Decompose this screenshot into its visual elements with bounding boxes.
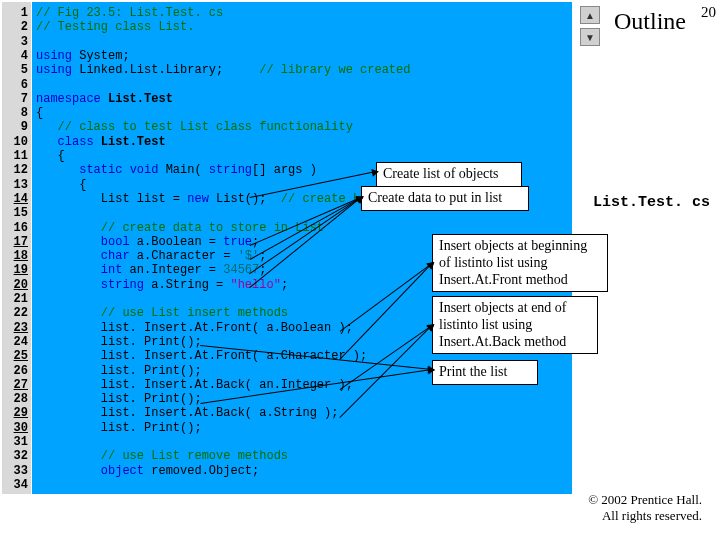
line-number: 11: [2, 149, 28, 163]
line-number: 32: [2, 449, 28, 463]
line-number: 12: [2, 163, 28, 177]
page-number: 20: [701, 4, 716, 21]
line-number: 4: [2, 49, 28, 63]
copyright-line-1: © 2002 Prentice Hall.: [588, 492, 702, 507]
code-line: list. Insert.At.Back( a.String );: [36, 406, 566, 420]
scroll-down-button[interactable]: ▼: [580, 28, 600, 46]
code-line: namespace List.Test: [36, 92, 566, 106]
code-line: // use List remove methods: [36, 449, 566, 463]
line-number: 30: [2, 421, 28, 435]
code-line: // Testing class List.: [36, 20, 566, 34]
code-line: using System;: [36, 49, 566, 63]
line-number: 7: [2, 92, 28, 106]
code-line: list. Print();: [36, 421, 566, 435]
scroll-up-button[interactable]: ▲: [580, 6, 600, 24]
outline-heading: Outline: [614, 8, 686, 35]
code-line: class List.Test: [36, 135, 566, 149]
line-number: 25: [2, 349, 28, 363]
line-number: 2: [2, 20, 28, 34]
code-line: {: [36, 106, 566, 120]
code-line: // class to test List class functionalit…: [36, 120, 566, 134]
code-line: using Linked.List.Library; // library we…: [36, 63, 566, 77]
line-number: 9: [2, 120, 28, 134]
line-number: 19: [2, 263, 28, 277]
code-line: list. Print();: [36, 392, 566, 406]
annotation-callout: Insert objects at end of listinto list u…: [432, 296, 598, 354]
line-number: 22: [2, 306, 28, 320]
copyright-line-2: All rights reserved.: [602, 508, 702, 523]
line-number: 27: [2, 378, 28, 392]
line-number: 15: [2, 206, 28, 220]
line-number: 13: [2, 178, 28, 192]
code-line: // Fig 23.5: List.Test. cs: [36, 6, 566, 20]
line-number: 8: [2, 106, 28, 120]
line-number: 23: [2, 321, 28, 335]
code-line: object removed.Object;: [36, 464, 566, 478]
annotation-callout: Insert objects at beginning of listinto …: [432, 234, 608, 292]
code-line: {: [36, 149, 566, 163]
line-number: 20: [2, 278, 28, 292]
line-number: 16: [2, 221, 28, 235]
line-number: 6: [2, 78, 28, 92]
copyright-notice: © 2002 Prentice Hall. All rights reserve…: [588, 492, 702, 525]
line-number: 5: [2, 63, 28, 77]
line-number: 26: [2, 364, 28, 378]
line-number: 14: [2, 192, 28, 206]
line-number: 21: [2, 292, 28, 306]
line-number: 33: [2, 464, 28, 478]
line-number: 28: [2, 392, 28, 406]
line-number: 18: [2, 249, 28, 263]
line-number: 17: [2, 235, 28, 249]
annotation-callout: Create list of objects: [376, 162, 522, 187]
file-name-label: List.Test. cs: [593, 194, 710, 211]
line-number: 1: [2, 6, 28, 20]
line-number: 24: [2, 335, 28, 349]
annotation-callout: Print the list: [432, 360, 538, 385]
line-number: 31: [2, 435, 28, 449]
line-number: 29: [2, 406, 28, 420]
line-number: 3: [2, 35, 28, 49]
line-number: 34: [2, 478, 28, 492]
annotation-callout: Create data to put in list: [361, 186, 529, 211]
line-number: 10: [2, 135, 28, 149]
